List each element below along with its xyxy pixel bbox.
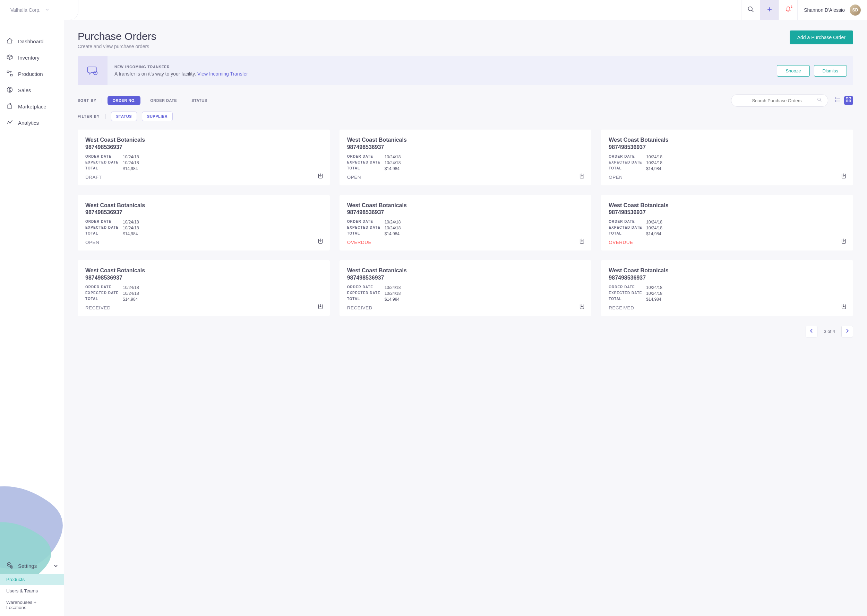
order-number: 987498536937 bbox=[608, 274, 845, 282]
order-card[interactable]: West Coast Botanicals987498536937ORDER D… bbox=[339, 130, 592, 185]
order-date-label: ORDER DATE bbox=[85, 154, 123, 159]
order-date-value: 10/24/18 bbox=[646, 220, 662, 225]
bell-icon: 2 bbox=[785, 6, 792, 14]
order-status: OPEN bbox=[347, 174, 584, 180]
order-card[interactable]: West Coast Botanicals987498536937ORDER D… bbox=[601, 195, 853, 251]
page-indicator: 3 of 4 bbox=[824, 329, 835, 334]
download-button[interactable] bbox=[317, 238, 323, 246]
chevron-left-icon bbox=[809, 329, 813, 334]
download-button[interactable] bbox=[317, 173, 323, 181]
search-box[interactable] bbox=[731, 94, 828, 107]
expected-date-label: EXPECTED DATE bbox=[347, 160, 385, 165]
order-number: 987498536937 bbox=[608, 209, 845, 216]
grid-icon bbox=[846, 97, 851, 104]
svg-rect-19 bbox=[835, 101, 836, 102]
search-input[interactable] bbox=[737, 98, 817, 103]
sidebar-item-sales[interactable]: Sales bbox=[0, 82, 64, 98]
order-date-label: ORDER DATE bbox=[85, 220, 123, 225]
global-search-button[interactable] bbox=[741, 0, 760, 20]
download-icon bbox=[841, 305, 847, 311]
order-status: RECEIVED bbox=[608, 305, 845, 310]
download-button[interactable] bbox=[579, 173, 585, 181]
sort-order-no[interactable]: ORDER NO. bbox=[107, 96, 140, 105]
order-card[interactable]: West Coast Botanicals987498536937ORDER D… bbox=[78, 130, 330, 185]
download-icon bbox=[579, 305, 585, 311]
sidebar-item-inventory[interactable]: Inventory bbox=[0, 50, 64, 66]
order-card[interactable]: West Coast Botanicals987498536937ORDER D… bbox=[78, 260, 330, 316]
order-supplier: West Coast Botanicals bbox=[347, 137, 584, 144]
svg-point-9 bbox=[7, 563, 11, 566]
settings-sub-products[interactable]: Products bbox=[0, 574, 64, 585]
download-button[interactable] bbox=[579, 238, 585, 246]
next-page-button[interactable] bbox=[841, 326, 853, 338]
settings-toggle[interactable]: Settings bbox=[0, 558, 64, 574]
order-card[interactable]: West Coast Botanicals987498536937ORDER D… bbox=[339, 195, 592, 251]
nav-label: Production bbox=[18, 71, 43, 77]
sidebar-item-production[interactable]: Production bbox=[0, 66, 64, 82]
page-title: Purchase Orders bbox=[78, 30, 156, 42]
total-label: TOTAL bbox=[85, 297, 123, 302]
settings-sub-users-teams[interactable]: Users & Teams bbox=[0, 585, 64, 597]
expected-date-value: 10/24/18 bbox=[123, 226, 139, 230]
total-label: TOTAL bbox=[347, 297, 385, 302]
total-label: TOTAL bbox=[85, 231, 123, 236]
order-number: 987498536937 bbox=[608, 144, 845, 151]
expected-date-label: EXPECTED DATE bbox=[347, 226, 385, 230]
order-supplier: West Coast Botanicals bbox=[608, 202, 845, 209]
sidebar-item-analytics[interactable]: Analytics bbox=[0, 115, 64, 131]
user-name: Shannon D'Alessio bbox=[804, 7, 845, 13]
download-button[interactable] bbox=[841, 173, 847, 181]
add-purchase-order-button[interactable]: Add a Purchase Order bbox=[790, 30, 853, 44]
order-supplier: West Coast Botanicals bbox=[608, 137, 845, 144]
order-supplier: West Coast Botanicals bbox=[85, 137, 322, 144]
order-supplier: West Coast Botanicals bbox=[608, 267, 845, 274]
order-date-value: 10/24/18 bbox=[123, 285, 139, 290]
chevron-down-icon bbox=[46, 8, 49, 12]
download-icon bbox=[841, 239, 847, 245]
topbar: Valhalla Corp. 2 Shannon D'Alessio SD bbox=[0, 0, 867, 20]
download-button[interactable] bbox=[841, 238, 847, 246]
prev-page-button[interactable] bbox=[806, 326, 817, 338]
sort-by-label: SORT BY bbox=[78, 99, 96, 102]
order-date-label: ORDER DATE bbox=[608, 154, 646, 159]
sort-order-date[interactable]: ORDER DATE bbox=[145, 96, 182, 105]
sidebar-item-dashboard[interactable]: Dashboard bbox=[0, 33, 64, 50]
settings-label: Settings bbox=[18, 563, 37, 569]
user-menu[interactable]: Shannon D'Alessio SD bbox=[797, 0, 867, 20]
total-label: TOTAL bbox=[347, 231, 385, 236]
dismiss-button[interactable]: Dismiss bbox=[814, 65, 847, 77]
list-view-button[interactable] bbox=[833, 96, 842, 105]
download-icon bbox=[841, 174, 847, 180]
snooze-button[interactable]: Snooze bbox=[777, 65, 809, 77]
order-card[interactable]: West Coast Botanicals987498536937ORDER D… bbox=[601, 130, 853, 185]
total-label: TOTAL bbox=[347, 166, 385, 171]
nav-label: Sales bbox=[18, 87, 31, 93]
order-date-value: 10/24/18 bbox=[646, 285, 662, 290]
view-transfer-link[interactable]: View Incoming Transfer bbox=[197, 71, 248, 77]
svg-rect-18 bbox=[835, 98, 836, 99]
sort-status[interactable]: STATUS bbox=[187, 96, 212, 105]
download-button[interactable] bbox=[841, 303, 847, 311]
order-card[interactable]: West Coast Botanicals987498536937ORDER D… bbox=[78, 195, 330, 251]
total-label: TOTAL bbox=[608, 166, 646, 171]
settings-sub-warehouses-locations[interactable]: Warehouses + Locations bbox=[0, 597, 64, 613]
gear-icon bbox=[6, 562, 14, 570]
order-supplier: West Coast Botanicals bbox=[347, 267, 584, 274]
download-button[interactable] bbox=[317, 303, 323, 311]
order-number: 987498536937 bbox=[347, 274, 584, 282]
sidebar-item-marketplace[interactable]: Marketplace bbox=[0, 98, 64, 115]
notification-badge: 2 bbox=[791, 5, 793, 8]
grid-view-button[interactable] bbox=[844, 96, 853, 105]
order-card[interactable]: West Coast Botanicals987498536937ORDER D… bbox=[339, 260, 592, 316]
filter-supplier[interactable]: SUPPLIER bbox=[142, 112, 173, 121]
download-button[interactable] bbox=[579, 303, 585, 311]
chevron-right-icon bbox=[845, 329, 849, 334]
add-button[interactable] bbox=[760, 0, 779, 20]
filter-status[interactable]: STATUS bbox=[111, 112, 137, 121]
plus-icon bbox=[766, 6, 773, 14]
org-selector[interactable]: Valhalla Corp. bbox=[0, 0, 78, 20]
notifications-button[interactable]: 2 bbox=[779, 0, 797, 20]
order-card[interactable]: West Coast Botanicals987498536937ORDER D… bbox=[601, 260, 853, 316]
order-status: DRAFT bbox=[85, 174, 322, 180]
order-supplier: West Coast Botanicals bbox=[85, 202, 322, 209]
